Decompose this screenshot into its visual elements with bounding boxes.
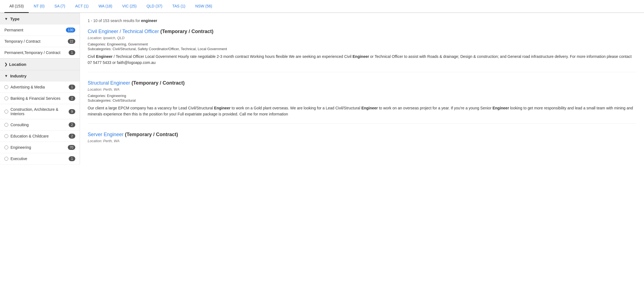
type-section-header[interactable]: ▼ Type [0,13,80,25]
job-description: Our client a large EPCM company has a va… [88,105,636,117]
industry-filter-count: 1 [69,85,75,90]
main-layout: ▼ Type Permanent130Temporary / Contract2… [0,13,644,165]
type-filter-item[interactable]: Permanent130 [0,25,80,36]
industry-filter-label: Construction, Architecture & Interiors [10,107,69,116]
results-summary: 1 - 10 of 153 search results for enginee… [88,18,636,23]
industry-filter-count: 9 [69,109,75,114]
results-text: 1 - 10 of 153 search results for [88,18,141,23]
industry-filter-label: Engineering [10,145,31,150]
industry-radio-icon [4,110,8,114]
tab-nsw[interactable]: NSW (56) [190,0,217,13]
type-filter-item[interactable]: Permanent,Temporary / Contract1 [0,47,80,58]
industry-filter-item[interactable]: Banking & Financial Services2 [0,93,80,104]
job-title-link[interactable]: Civil Engineer / Technical Officer [88,29,159,34]
location-section-header[interactable]: ❯ Location [0,58,80,70]
job-location: Location: Ipswich, QLD [88,36,636,40]
industry-arrow-icon: ▼ [4,74,8,78]
sidebar: ▼ Type Permanent130Temporary / Contract2… [0,13,80,165]
location-chevron-icon: ❯ [4,62,7,66]
industry-radio-icon [4,145,8,149]
type-filter-count: 130 [66,28,75,33]
type-items-container: Permanent130Temporary / Contract22Perman… [0,25,80,58]
job-location: Location: Perth, WA [88,139,636,143]
tab-tas[interactable]: TAS (1) [167,0,190,13]
industry-filter-item[interactable]: Advertising & Media1 [0,82,80,93]
industry-radio-icon [4,157,8,161]
type-filter-label: Temporary / Contract [4,39,41,44]
tabs-bar: All (153)NT (0)SA (7)ACT (1)WA (18)VIC (… [0,0,644,13]
job-subcategories: Subcategories: Civil/Structural [88,98,636,103]
industry-filter-item[interactable]: Construction, Architecture & Interiors9 [0,104,80,119]
job-categories: Categories: Engineering [88,94,636,98]
industry-filter-label: Executive [10,157,27,161]
tab-act[interactable]: ACT (1) [70,0,93,13]
job-listing: Structural Engineer (Temporary / Contrac… [88,80,636,124]
content-area: 1 - 10 of 153 search results for enginee… [80,13,644,165]
industry-radio-icon [4,134,8,138]
type-section-label: Type [10,17,20,21]
industry-filter-label: Advertising & Media [10,85,45,89]
job-description: Civil Engineer / Technical Officer Local… [88,54,636,66]
job-title: Civil Engineer / Technical Officer (Temp… [88,28,636,35]
industry-filter-item[interactable]: Executive1 [0,153,80,165]
industry-filter-count: 1 [69,156,75,161]
industry-filter-count: 70 [68,145,75,150]
tab-nt[interactable]: NT (0) [29,0,49,13]
industry-radio-icon [4,96,8,100]
industry-radio-icon [4,123,8,127]
tab-qld[interactable]: QLD (37) [141,0,167,13]
industry-filter-count: 2 [69,122,75,127]
results-keyword: engineer [141,18,157,23]
industry-filter-count: 2 [69,134,75,139]
industry-section-header[interactable]: ▼ Industry [0,70,80,82]
jobs-container: Civil Engineer / Technical Officer (Temp… [88,28,636,151]
industry-filter-label: Banking & Financial Services [10,96,60,101]
industry-filter-count: 2 [69,96,75,101]
type-filter-count: 1 [69,50,75,55]
industry-filter-label: Education & Childcare [10,134,49,138]
tab-sa[interactable]: SA (7) [50,0,70,13]
industry-filter-item[interactable]: Consulting2 [0,119,80,131]
tab-vic[interactable]: VIC (25) [117,0,141,13]
industry-radio-icon [4,85,8,89]
industry-filter-item[interactable]: Engineering70 [0,142,80,153]
industry-filter-label: Consulting [10,123,29,127]
type-filter-count: 22 [68,39,75,44]
job-subcategories: Subcategories: Civil/Structural, Safety … [88,47,636,51]
type-filter-item[interactable]: Temporary / Contract22 [0,36,80,47]
job-categories: Categories: Engineering, Government [88,42,636,46]
job-title-link[interactable]: Server Engineer [88,132,124,137]
job-title: Server Engineer (Temporary / Contract) [88,131,636,138]
type-filter-label: Permanent,Temporary / Contract [4,50,60,55]
job-title-type: (Temporary / Contract) [130,80,185,86]
location-section-label: Location [9,62,26,67]
job-listing: Civil Engineer / Technical Officer (Temp… [88,28,636,72]
tab-all[interactable]: All (153) [4,0,29,13]
industry-items-container: Advertising & Media1Banking & Financial … [0,82,80,165]
job-title: Structural Engineer (Temporary / Contrac… [88,80,636,86]
job-title-link[interactable]: Structural Engineer [88,80,130,86]
job-listing: Server Engineer (Temporary / Contract) L… [88,131,636,151]
industry-filter-item[interactable]: Education & Childcare2 [0,131,80,142]
industry-section-label: Industry [10,74,26,78]
type-filter-label: Permanent [4,28,23,32]
type-arrow-icon: ▼ [4,17,8,21]
job-location: Location: Perth, WA [88,87,636,91]
job-title-type: (Temporary / Contract) [124,132,178,137]
tab-wa[interactable]: WA (18) [93,0,117,13]
job-title-type: (Temporary / Contract) [159,29,213,34]
